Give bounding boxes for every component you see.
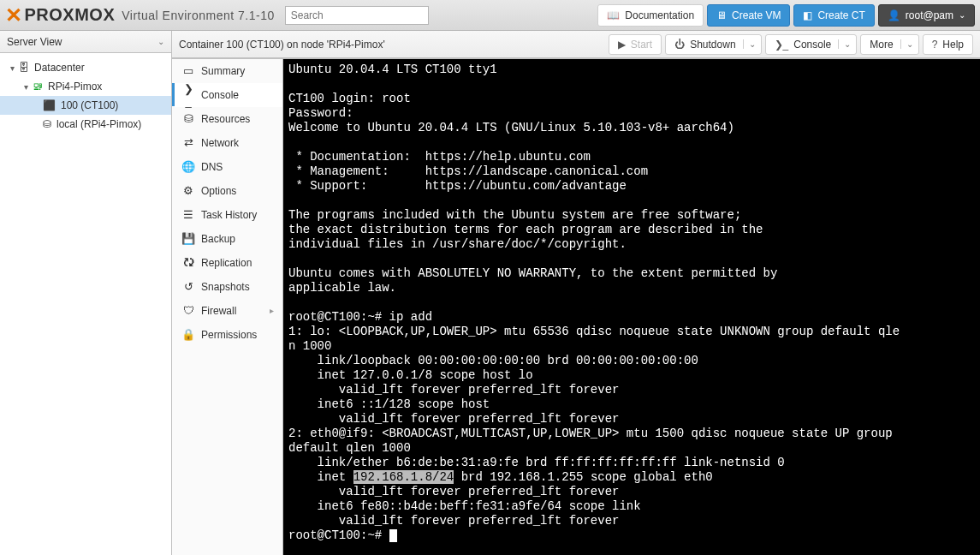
- replication-icon: 🗘: [181, 256, 196, 269]
- side-label: Options: [201, 185, 236, 197]
- console-line: Password:: [288, 106, 353, 120]
- network-icon: ⇄: [181, 136, 196, 149]
- resources-icon: ⛁: [181, 112, 196, 125]
- version-text: Virtual Environment 7.1-10: [122, 9, 275, 22]
- content-toolbar: Container 100 (CT100) on node 'RPi4-Pimo…: [172, 31, 980, 58]
- console-line: root@CT100:~# ip add: [288, 310, 432, 324]
- chevron-right-icon: ▸: [270, 306, 274, 315]
- console-line: individual files in /usr/share/doc/*/cop…: [288, 237, 627, 251]
- console-line: Ubuntu 20.04.4 LTS CT100 tty1: [288, 63, 497, 76]
- side-label: Backup: [201, 233, 235, 245]
- tree-item-storage-local[interactable]: ⛁ local (RPi4-Pimox): [0, 115, 171, 134]
- console-line: * Management: https://landscape.canonica…: [288, 164, 648, 178]
- resource-tree: ▾ 🗄 Datacenter ▾ 🖳 RPi4-Pimox ⬛ 100 (CT1…: [0, 53, 171, 555]
- side-item-summary[interactable]: ▭Summary: [172, 59, 282, 83]
- collapse-icon[interactable]: ▾: [7, 63, 17, 73]
- side-label: Task History: [201, 209, 257, 221]
- chevron-down-icon[interactable]: ⌄: [838, 39, 856, 49]
- side-item-backup[interactable]: 💾Backup: [172, 227, 282, 251]
- page-title: Container 100 (CT100) on node 'RPi4-Pimo…: [179, 39, 605, 51]
- right-panel: Container 100 (CT100) on node 'RPi4-Pimo…: [172, 31, 980, 555]
- save-icon: 💾: [181, 232, 196, 245]
- console-line: inet6 ::1/128 scope host: [288, 397, 490, 411]
- help-button[interactable]: ? Help: [923, 34, 973, 55]
- console-line: 1: lo: <LOOPBACK,UP,LOWER_UP> mtu 65536 …: [288, 325, 900, 338]
- create-ct-label: Create CT: [817, 9, 864, 21]
- tree-item-ct100[interactable]: ⬛ 100 (CT100): [0, 96, 171, 115]
- side-item-resources[interactable]: ⛁Resources: [172, 107, 282, 131]
- side-label: Snapshots: [201, 281, 250, 293]
- storage-icon: ⛁: [43, 118, 51, 130]
- side-label: Replication: [201, 257, 252, 269]
- user-menu-button[interactable]: 👤 root@pam ⌄: [878, 4, 975, 27]
- side-item-permissions[interactable]: 🔒Permissions: [172, 323, 282, 347]
- console-line: * Documentation: https://help.ubuntu.com: [288, 150, 591, 164]
- console-terminal[interactable]: Ubuntu 20.04.4 LTS CT100 tty1 CT100 logi…: [283, 59, 980, 555]
- console-line: the exact distribution terms for each pr…: [288, 223, 763, 236]
- summary-icon: ▭: [181, 64, 196, 77]
- side-item-snapshots[interactable]: ↺Snapshots: [172, 275, 282, 299]
- start-button[interactable]: ▶ Start: [609, 34, 662, 55]
- tree-label: 100 (CT100): [61, 99, 118, 111]
- console-line: valid_lft forever preferred_lft forever: [288, 383, 619, 397]
- tree-item-datacenter[interactable]: ▾ 🗄 Datacenter: [0, 58, 171, 77]
- console-line: n 1000: [288, 339, 331, 353]
- console-line: Ubuntu comes with ABSOLUTELY NO WARRANTY…: [288, 266, 777, 280]
- create-ct-button[interactable]: ◧ Create CT: [793, 4, 874, 27]
- side-label: Console: [201, 89, 239, 101]
- tree-label: local (RPi4-Pimox): [56, 118, 141, 130]
- datacenter-icon: 🗄: [19, 62, 29, 74]
- monitor-icon: 🖥: [716, 9, 727, 21]
- console-line: valid_lft forever preferred_lft forever: [288, 412, 619, 426]
- side-label: DNS: [201, 161, 223, 173]
- shutdown-label: Shutdown: [690, 39, 735, 51]
- terminal-icon: ❯_: [775, 39, 789, 51]
- console-line: link/loopback 00:00:00:00:00:00 brd 00:0…: [288, 354, 698, 367]
- view-selector[interactable]: Server View ⌄: [0, 31, 171, 53]
- shutdown-button[interactable]: ⏻ Shutdown ⌄: [665, 34, 761, 55]
- search-container: [285, 6, 429, 25]
- help-icon: ?: [932, 39, 938, 51]
- console-line: brd 192.168.1.255 scope global eth0: [454, 470, 712, 484]
- create-vm-button[interactable]: 🖥 Create VM: [707, 4, 790, 27]
- chevron-down-icon[interactable]: ⌄: [900, 39, 918, 49]
- search-input[interactable]: [285, 6, 429, 25]
- server-icon: 🖳: [33, 81, 43, 92]
- side-item-replication[interactable]: 🗘Replication: [172, 251, 282, 275]
- more-label: More: [870, 39, 893, 51]
- console-line: 2: eth0@if9: <BROADCAST,MULTICAST,UP,LOW…: [288, 427, 900, 440]
- console-line: applicable law.: [288, 281, 396, 295]
- console-label: Console: [793, 39, 831, 51]
- cube-icon: ◧: [803, 9, 812, 21]
- tree-label: RPi4-Pimox: [48, 81, 102, 92]
- console-line: inet 127.0.0.1/8 scope host lo: [288, 368, 533, 382]
- console-line: inet6 fe80::b4de:beff:fe31:a9fe/64 scope…: [288, 499, 641, 513]
- tree-item-node[interactable]: ▾ 🖳 RPi4-Pimox: [0, 77, 171, 96]
- console-line: link/ether b6:de:be:31:a9:fe brd ff:ff:f…: [288, 456, 785, 469]
- globe-icon: 🌐: [181, 160, 196, 173]
- console-button[interactable]: ❯_ Console ⌄: [765, 34, 858, 55]
- tree-label: Datacenter: [34, 62, 85, 74]
- collapse-icon[interactable]: ▾: [21, 82, 31, 92]
- chevron-down-icon[interactable]: ⌄: [743, 39, 761, 49]
- console-line: valid_lft forever preferred_lft forever: [288, 485, 619, 498]
- documentation-button[interactable]: 📖 Documentation: [597, 4, 704, 27]
- user-label: root@pam: [906, 9, 953, 21]
- terminal-icon: ❯_: [181, 82, 196, 108]
- side-item-options[interactable]: ⚙Options: [172, 179, 282, 203]
- side-item-task-history[interactable]: ☰Task History: [172, 203, 282, 227]
- book-icon: 📖: [607, 9, 620, 21]
- side-item-network[interactable]: ⇄Network: [172, 131, 282, 155]
- console-line: CT100 login: root: [288, 92, 411, 105]
- chevron-down-icon: ⌄: [157, 37, 164, 46]
- side-label: Permissions: [201, 329, 257, 341]
- console-line: default qlen 1000: [288, 441, 411, 455]
- console-line: valid_lft forever preferred_lft forever: [288, 514, 619, 528]
- chevron-down-icon: ⌄: [959, 10, 965, 20]
- side-item-console[interactable]: ❯_Console: [172, 83, 282, 107]
- side-item-firewall[interactable]: 🛡Firewall▸: [172, 299, 282, 323]
- user-icon: 👤: [888, 9, 900, 21]
- start-label: Start: [631, 39, 652, 51]
- side-item-dns[interactable]: 🌐DNS: [172, 155, 282, 179]
- more-button[interactable]: More ⌄: [860, 34, 918, 55]
